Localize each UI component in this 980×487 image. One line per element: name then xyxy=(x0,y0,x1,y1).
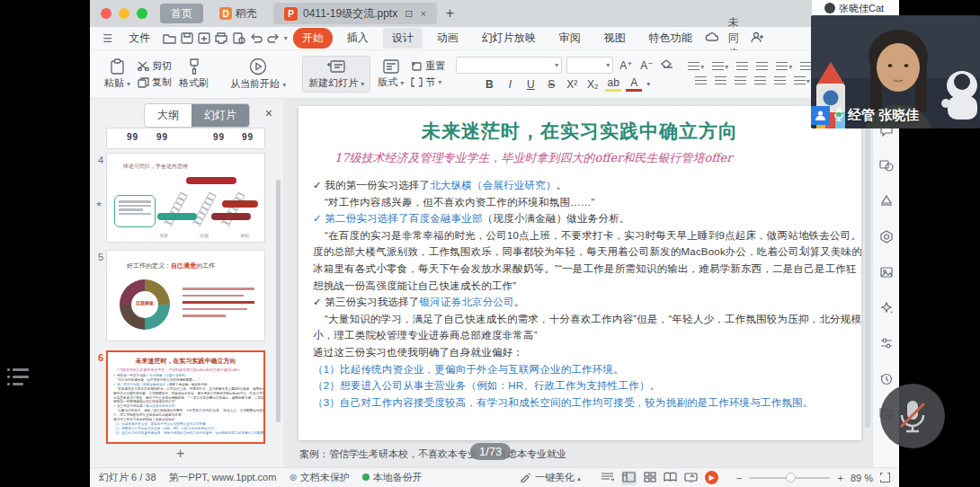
panel-close-icon[interactable]: × xyxy=(265,106,272,120)
fit-slide-icon[interactable] xyxy=(880,473,890,483)
cut-button[interactable]: 剪切 xyxy=(138,59,172,73)
redo-icon[interactable] xyxy=(267,31,281,47)
decrease-font-button[interactable]: A⁻ xyxy=(638,59,655,72)
play-from-current-button[interactable]: 从当前开始 ▾ xyxy=(225,56,291,93)
add-slide-button[interactable]: + xyxy=(176,446,184,462)
paste-button[interactable]: 粘贴 ▾ xyxy=(99,57,136,92)
reset-button[interactable]: 重置 xyxy=(411,59,445,73)
settings-sliders-icon[interactable] xyxy=(879,337,894,353)
menu-tab-review[interactable]: 审阅 xyxy=(550,28,590,49)
design-panel-icon[interactable] xyxy=(879,194,894,211)
meeting-list-icon[interactable] xyxy=(7,368,29,385)
present-share-icon[interactable] xyxy=(684,472,698,484)
highlight-color-button[interactable]: ab xyxy=(605,76,621,92)
notes-view-icon[interactable] xyxy=(601,472,614,484)
menu-tab-home[interactable]: 开始 xyxy=(293,28,333,49)
tab-document[interactable]: P 0411-19级交流.pptx ⊡ × xyxy=(273,3,437,24)
strikethrough-button[interactable]: S xyxy=(543,78,559,91)
slide-5-thumbnail[interactable]: 好工作的定义：自己满意的工作 自我探索 xyxy=(106,250,265,341)
slide-text-line: （3）自己对工作内容接受度较高，有学习和成长空间的工作均可接受，较为挑剔的是工作… xyxy=(313,394,849,412)
tab-outline[interactable]: 大纲 xyxy=(145,104,192,127)
history-icon[interactable] xyxy=(879,372,894,389)
normal-view-icon[interactable] xyxy=(621,471,637,485)
justify-button[interactable] xyxy=(753,75,768,87)
zoom-slider[interactable] xyxy=(749,477,830,479)
play-slideshow-button[interactable]: ▶ xyxy=(705,471,718,484)
distribute-button[interactable] xyxy=(772,75,788,87)
layout-button[interactable]: 版式 ▾ xyxy=(372,58,409,91)
underline-button[interactable]: U xyxy=(522,78,539,91)
line-spacing-button[interactable]: ▾ xyxy=(774,61,794,73)
slide-3-thumbnail[interactable]: 99 99 99 99 xyxy=(106,128,265,149)
align-left-button[interactable] xyxy=(693,75,708,87)
menu-file[interactable]: 文件 xyxy=(120,28,159,49)
menu-tab-insert[interactable]: 插入 xyxy=(338,28,378,49)
increase-indent-button[interactable] xyxy=(754,61,770,73)
font-color-button[interactable]: A xyxy=(626,76,642,92)
add-user-icon[interactable] xyxy=(751,31,764,46)
tab-home[interactable]: 首页 xyxy=(160,4,203,23)
traffic-close-button[interactable] xyxy=(101,8,111,19)
undock-tab-icon[interactable]: ⊡ xyxy=(405,8,413,20)
protection-status[interactable]: ⊗文档未保护 xyxy=(289,471,349,484)
numbered-list-button[interactable]: ▾ xyxy=(710,61,730,73)
mic-muted-button[interactable] xyxy=(880,384,945,448)
font-size-select[interactable]: ▾ xyxy=(566,57,613,74)
columns-button[interactable]: ▾ xyxy=(792,75,812,87)
meeting-window-title[interactable]: 张晓佳Cat xyxy=(812,0,899,16)
traffic-minimize-button[interactable] xyxy=(119,8,129,19)
beautify-button[interactable]: 一键美化 ▴ xyxy=(520,471,581,484)
bullet-list-button[interactable]: ▾ xyxy=(686,61,706,73)
shapes-panel-icon[interactable] xyxy=(879,159,894,175)
print-icon[interactable] xyxy=(215,31,228,47)
font-family-select[interactable]: ▾ xyxy=(456,57,562,74)
bold-button[interactable]: B xyxy=(481,78,497,91)
print-preview-icon[interactable] xyxy=(232,31,245,47)
menu-tab-special[interactable]: 特色功能 xyxy=(640,28,701,49)
menu-tab-view[interactable]: 视图 xyxy=(595,28,635,49)
align-center-button[interactable] xyxy=(713,75,728,87)
close-tab-icon[interactable]: × xyxy=(420,8,425,19)
copy-button[interactable]: 复制 xyxy=(138,75,172,89)
clear-format-icon[interactable] xyxy=(659,59,675,72)
slide-4-thumbnail[interactable]: 殊途可同归，学会逆向思维 考研出国求职 xyxy=(106,153,265,243)
zoom-slider-knob[interactable] xyxy=(786,473,796,483)
increase-font-button[interactable]: A⁺ xyxy=(618,59,634,72)
hamburger-icon[interactable]: ☰ xyxy=(101,31,114,47)
slide-6-thumbnail[interactable]: 未来迷茫时，在实习实践中确立方向 17级技术经济及管理专业学生，毕业时拿到四大的… xyxy=(106,350,265,444)
format-painter-button[interactable]: 格式刷 xyxy=(174,57,214,92)
subscript-button[interactable]: X₂ xyxy=(584,78,601,91)
section-button[interactable]: 节 ▾ xyxy=(411,75,445,89)
slide-sorter-icon[interactable] xyxy=(644,472,656,484)
current-slide[interactable]: 未来迷茫时，在实习实践中确立方向 17级技术经济及管理专业学生，毕业时拿到四大的… xyxy=(298,106,861,440)
reading-view-icon[interactable] xyxy=(664,472,677,484)
traffic-zoom-button[interactable] xyxy=(137,8,147,19)
new-slide-button[interactable]: 新建幻灯片 ▾ xyxy=(302,56,370,93)
align-right-button[interactable] xyxy=(733,75,748,87)
backup-status[interactable]: 本地备份开 xyxy=(362,471,423,484)
tab-slides[interactable]: 幻灯片 xyxy=(192,104,249,127)
zoom-out-button[interactable]: − xyxy=(736,473,742,483)
smart-features-icon[interactable] xyxy=(879,301,894,318)
superscript-button[interactable]: X² xyxy=(564,78,580,91)
tab-docer[interactable]: D 稻壳 xyxy=(209,4,268,23)
panel-scrollbar[interactable] xyxy=(276,180,281,422)
slide-5-bullets xyxy=(183,283,254,322)
canvas-scrollbar[interactable] xyxy=(865,104,870,428)
history-caret-icon[interactable]: ▾ xyxy=(284,34,288,42)
picture-panel-icon[interactable] xyxy=(879,266,894,282)
menu-tab-animation[interactable]: 动画 xyxy=(428,28,468,49)
page-indicator-badge: 1/73 xyxy=(470,443,511,460)
menu-tab-design[interactable]: 设计 xyxy=(383,28,423,49)
export-pdf-icon[interactable] xyxy=(198,31,211,47)
decrease-indent-button[interactable] xyxy=(735,61,750,73)
effects-panel-icon[interactable] xyxy=(879,230,894,247)
save-icon[interactable] xyxy=(180,31,193,47)
webcam-video-tile[interactable]: 经管 张晓佳 xyxy=(811,15,980,128)
menu-tab-slideshow[interactable]: 幻灯片放映 xyxy=(473,28,545,49)
zoom-in-button[interactable]: + xyxy=(837,473,842,483)
italic-button[interactable]: I xyxy=(502,78,518,91)
open-icon[interactable] xyxy=(163,31,176,47)
undo-icon[interactable] xyxy=(249,31,263,47)
new-tab-button[interactable]: + xyxy=(446,5,454,22)
